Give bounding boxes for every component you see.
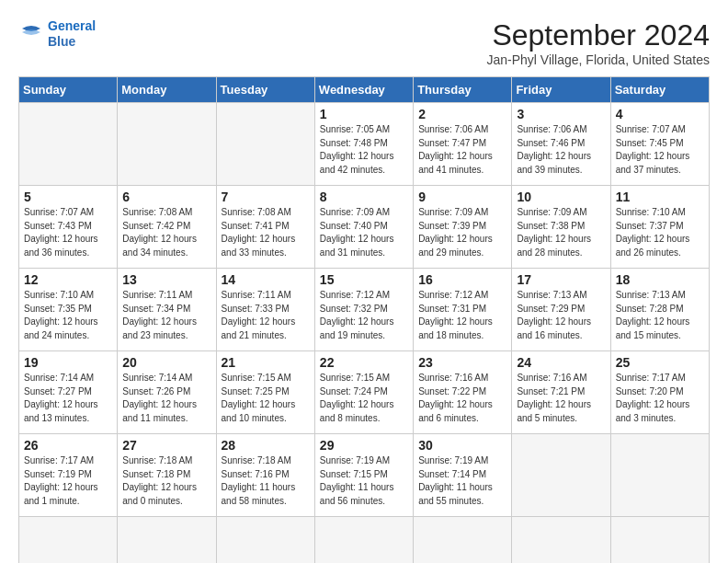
calendar-cell	[314, 517, 413, 564]
calendar-cell: 21Sunrise: 7:15 AM Sunset: 7:25 PM Dayli…	[216, 351, 314, 434]
day-number: 22	[320, 355, 408, 370]
weekday-header: Saturday	[610, 77, 709, 103]
calendar-row: 5Sunrise: 7:07 AM Sunset: 7:43 PM Daylig…	[19, 186, 710, 269]
logo-icon	[18, 21, 44, 47]
day-number: 19	[24, 355, 112, 370]
calendar-cell: 4Sunrise: 7:07 AM Sunset: 7:45 PM Daylig…	[610, 103, 709, 186]
calendar-cell	[414, 517, 512, 564]
weekday-header: Wednesday	[314, 77, 413, 103]
calendar-cell	[512, 517, 610, 564]
day-info: Sunrise: 7:11 AM Sunset: 7:33 PM Dayligh…	[222, 289, 310, 342]
day-info: Sunrise: 7:17 AM Sunset: 7:20 PM Dayligh…	[616, 372, 704, 425]
calendar-cell: 23Sunrise: 7:16 AM Sunset: 7:22 PM Dayli…	[414, 351, 512, 434]
calendar-cell	[19, 517, 118, 564]
day-info: Sunrise: 7:17 AM Sunset: 7:19 PM Dayligh…	[24, 454, 112, 508]
day-info: Sunrise: 7:18 AM Sunset: 7:18 PM Dayligh…	[122, 454, 210, 508]
day-info: Sunrise: 7:15 AM Sunset: 7:25 PM Dayligh…	[222, 372, 310, 425]
day-info: Sunrise: 7:13 AM Sunset: 7:28 PM Dayligh…	[616, 289, 704, 342]
title-block: September 2024 Jan-Phyl Village, Florida…	[486, 18, 710, 67]
day-number: 18	[616, 272, 704, 287]
day-number: 25	[616, 355, 704, 370]
day-info: Sunrise: 7:14 AM Sunset: 7:27 PM Dayligh…	[24, 372, 112, 425]
weekday-header: Thursday	[414, 77, 512, 103]
day-number: 9	[418, 190, 506, 204]
day-info: Sunrise: 7:05 AM Sunset: 7:48 PM Dayligh…	[320, 123, 408, 177]
calendar-cell: 18Sunrise: 7:13 AM Sunset: 7:28 PM Dayli…	[610, 269, 709, 351]
calendar-cell: 9Sunrise: 7:09 AM Sunset: 7:39 PM Daylig…	[414, 186, 512, 269]
weekday-header: Friday	[512, 77, 610, 103]
day-info: Sunrise: 7:16 AM Sunset: 7:22 PM Dayligh…	[418, 372, 506, 425]
day-info: Sunrise: 7:09 AM Sunset: 7:39 PM Dayligh…	[418, 206, 506, 259]
calendar-header-row: SundayMondayTuesdayWednesdayThursdayFrid…	[19, 77, 710, 103]
calendar-row	[19, 517, 710, 564]
day-number: 6	[122, 190, 210, 204]
calendar-row: 26Sunrise: 7:17 AM Sunset: 7:19 PM Dayli…	[19, 434, 710, 517]
day-number: 24	[517, 355, 605, 370]
calendar-cell: 2Sunrise: 7:06 AM Sunset: 7:47 PM Daylig…	[414, 103, 512, 186]
calendar-body: 1Sunrise: 7:05 AM Sunset: 7:48 PM Daylig…	[19, 103, 710, 564]
day-info: Sunrise: 7:12 AM Sunset: 7:31 PM Dayligh…	[418, 289, 506, 342]
day-number: 13	[122, 272, 210, 287]
day-number: 17	[517, 272, 605, 287]
logo: General Blue	[18, 18, 96, 50]
calendar-cell: 1Sunrise: 7:05 AM Sunset: 7:48 PM Daylig…	[314, 103, 413, 186]
calendar-cell: 7Sunrise: 7:08 AM Sunset: 7:41 PM Daylig…	[216, 186, 314, 269]
day-info: Sunrise: 7:14 AM Sunset: 7:26 PM Dayligh…	[122, 372, 210, 425]
day-info: Sunrise: 7:10 AM Sunset: 7:37 PM Dayligh…	[616, 206, 704, 259]
calendar-cell: 10Sunrise: 7:09 AM Sunset: 7:38 PM Dayli…	[512, 186, 610, 269]
day-number: 3	[517, 107, 605, 121]
calendar-cell	[216, 103, 314, 186]
day-number: 29	[320, 438, 408, 453]
calendar-row: 19Sunrise: 7:14 AM Sunset: 7:27 PM Dayli…	[19, 351, 710, 434]
day-info: Sunrise: 7:12 AM Sunset: 7:32 PM Dayligh…	[320, 289, 408, 342]
calendar-cell: 25Sunrise: 7:17 AM Sunset: 7:20 PM Dayli…	[610, 351, 709, 434]
weekday-header: Monday	[118, 77, 216, 103]
day-info: Sunrise: 7:10 AM Sunset: 7:35 PM Dayligh…	[24, 289, 112, 342]
location: Jan-Phyl Village, Florida, United States	[486, 52, 710, 67]
calendar-cell: 28Sunrise: 7:18 AM Sunset: 7:16 PM Dayli…	[216, 434, 314, 517]
day-info: Sunrise: 7:16 AM Sunset: 7:21 PM Dayligh…	[517, 372, 605, 425]
day-number: 30	[418, 438, 506, 453]
day-number: 10	[517, 190, 605, 204]
calendar-cell: 16Sunrise: 7:12 AM Sunset: 7:31 PM Dayli…	[414, 269, 512, 351]
calendar-table: SundayMondayTuesdayWednesdayThursdayFrid…	[18, 76, 710, 563]
calendar-cell	[610, 434, 709, 517]
day-number: 28	[222, 438, 310, 453]
day-number: 20	[122, 355, 210, 370]
calendar-cell: 8Sunrise: 7:09 AM Sunset: 7:40 PM Daylig…	[314, 186, 413, 269]
calendar-cell: 29Sunrise: 7:19 AM Sunset: 7:15 PM Dayli…	[314, 434, 413, 517]
calendar-cell: 30Sunrise: 7:19 AM Sunset: 7:14 PM Dayli…	[414, 434, 512, 517]
day-info: Sunrise: 7:08 AM Sunset: 7:42 PM Dayligh…	[122, 206, 210, 259]
calendar-cell: 13Sunrise: 7:11 AM Sunset: 7:34 PM Dayli…	[118, 269, 216, 351]
day-info: Sunrise: 7:06 AM Sunset: 7:46 PM Dayligh…	[517, 123, 605, 177]
day-number: 27	[122, 438, 210, 453]
calendar-cell	[118, 103, 216, 186]
logo-text: General Blue	[48, 18, 96, 50]
page-header: General Blue September 2024 Jan-Phyl Vil…	[18, 18, 710, 67]
calendar-row: 12Sunrise: 7:10 AM Sunset: 7:35 PM Dayli…	[19, 269, 710, 351]
calendar-cell: 14Sunrise: 7:11 AM Sunset: 7:33 PM Dayli…	[216, 269, 314, 351]
day-number: 11	[616, 190, 704, 204]
calendar-cell: 15Sunrise: 7:12 AM Sunset: 7:32 PM Dayli…	[314, 269, 413, 351]
day-info: Sunrise: 7:09 AM Sunset: 7:40 PM Dayligh…	[320, 206, 408, 259]
day-info: Sunrise: 7:06 AM Sunset: 7:47 PM Dayligh…	[418, 123, 506, 177]
calendar-row: 1Sunrise: 7:05 AM Sunset: 7:48 PM Daylig…	[19, 103, 710, 186]
calendar-cell: 27Sunrise: 7:18 AM Sunset: 7:18 PM Dayli…	[118, 434, 216, 517]
day-number: 5	[24, 190, 112, 204]
calendar-cell: 5Sunrise: 7:07 AM Sunset: 7:43 PM Daylig…	[19, 186, 118, 269]
calendar-cell: 24Sunrise: 7:16 AM Sunset: 7:21 PM Dayli…	[512, 351, 610, 434]
calendar-cell: 22Sunrise: 7:15 AM Sunset: 7:24 PM Dayli…	[314, 351, 413, 434]
day-info: Sunrise: 7:08 AM Sunset: 7:41 PM Dayligh…	[222, 206, 310, 259]
day-number: 2	[418, 107, 506, 121]
calendar-cell	[512, 434, 610, 517]
day-number: 8	[320, 190, 408, 204]
day-info: Sunrise: 7:11 AM Sunset: 7:34 PM Dayligh…	[122, 289, 210, 342]
day-info: Sunrise: 7:13 AM Sunset: 7:29 PM Dayligh…	[517, 289, 605, 342]
day-number: 7	[222, 190, 310, 204]
day-info: Sunrise: 7:07 AM Sunset: 7:45 PM Dayligh…	[616, 123, 704, 177]
month-title: September 2024	[486, 18, 710, 52]
day-info: Sunrise: 7:19 AM Sunset: 7:15 PM Dayligh…	[320, 454, 408, 508]
calendar-cell: 19Sunrise: 7:14 AM Sunset: 7:27 PM Dayli…	[19, 351, 118, 434]
weekday-header: Tuesday	[216, 77, 314, 103]
calendar-cell: 11Sunrise: 7:10 AM Sunset: 7:37 PM Dayli…	[610, 186, 709, 269]
